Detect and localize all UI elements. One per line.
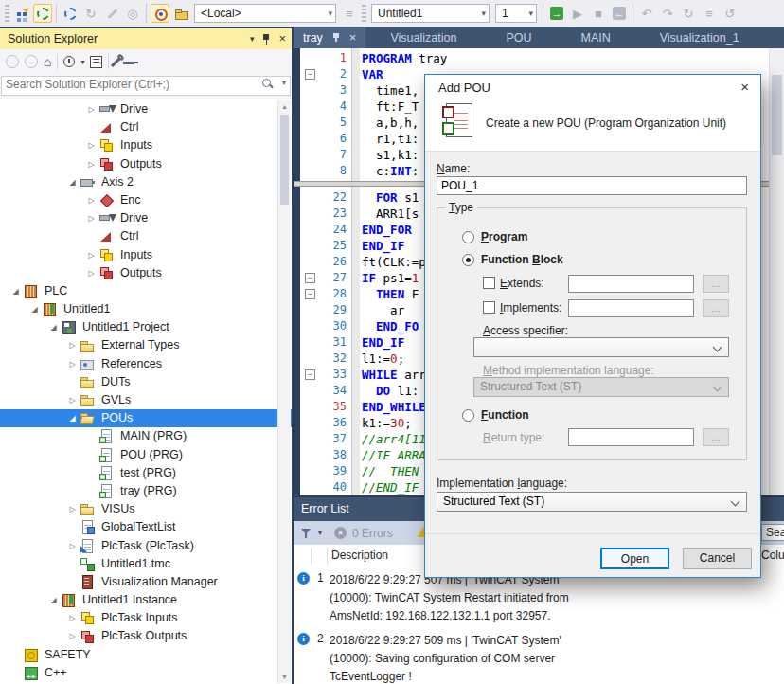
expander-icon[interactable]: ▷	[83, 264, 99, 282]
expander-icon[interactable]: ▷	[83, 155, 99, 173]
chevron-down-icon[interactable]: ▾	[318, 529, 322, 537]
step-into-icon[interactable]: ↶	[637, 4, 656, 23]
solution-explorer-titlebar[interactable]: Solution Explorer ▾ ×	[0, 28, 292, 49]
home-icon[interactable]: ⌂	[44, 55, 51, 68]
start-icon[interactable]: ▶	[568, 4, 587, 23]
expander-icon[interactable]: ▷	[64, 627, 80, 645]
extends-input[interactable]	[568, 275, 694, 293]
program-radio[interactable]	[462, 231, 474, 243]
stop-icon[interactable]: ■	[589, 4, 608, 23]
implements-input[interactable]	[568, 299, 694, 317]
fold-marker-icon[interactable]: −	[305, 289, 315, 299]
scroll-up-icon[interactable]: ▲	[278, 100, 291, 113]
tree-item-pou-prg[interactable]: POU (PRG)	[0, 446, 292, 464]
tree-item-plctask-plctask[interactable]: ▷PlcTask (PlcTask)	[0, 537, 292, 555]
tab-visualization-1[interactable]: Visualization_1	[635, 27, 764, 48]
open-button[interactable]: Open	[600, 548, 669, 569]
pou-name-input[interactable]	[437, 176, 747, 195]
right-column-header[interactable]: Colu	[761, 549, 784, 562]
tree-item-outputs[interactable]: ▷Outputs	[0, 155, 292, 173]
tab-visualization[interactable]: Visualization	[365, 27, 481, 48]
editor-scrollbar[interactable]	[769, 48, 784, 495]
chevron-down-icon[interactable]: ▾	[80, 58, 84, 66]
tree-item-gvls[interactable]: ▷GVLs	[0, 391, 292, 409]
function-label[interactable]: Function	[481, 408, 529, 422]
tree-item-duts[interactable]: DUTs	[0, 373, 292, 391]
function-block-radio[interactable]	[462, 254, 474, 266]
tree-item-pous[interactable]: ◢POUs	[0, 409, 292, 427]
extends-label[interactable]: Extends:	[500, 277, 544, 290]
tree-item-ctrl[interactable]: Ctrl	[0, 118, 292, 136]
implements-label[interactable]: Implements:	[500, 301, 561, 315]
program-label[interactable]: Program	[481, 230, 527, 243]
implements-checkbox[interactable]	[483, 301, 495, 314]
expander-icon[interactable]: ◢	[64, 173, 80, 191]
tree-item-inputs[interactable]: ▷Inputs	[0, 246, 292, 264]
chevron-down-icon[interactable]: ▾	[282, 79, 286, 87]
expander-icon[interactable]: ◢	[27, 300, 43, 318]
tab-tray[interactable]: tray×	[294, 27, 365, 48]
step-out-icon[interactable]: ↻	[679, 4, 698, 23]
activate-configuration-icon[interactable]	[12, 4, 31, 23]
tree-item-untitled1-project[interactable]: ◢Untitled1 Project	[0, 318, 292, 336]
function-radio[interactable]	[462, 409, 474, 422]
fold-marker-icon[interactable]: −	[305, 273, 315, 283]
tree-item-outputs[interactable]: ▷Outputs	[0, 264, 292, 282]
access-rules-folder-icon[interactable]	[171, 4, 190, 23]
tree-item-visualization-manager[interactable]: Visualization Manager	[0, 573, 292, 591]
restart-twincat-system-icon[interactable]	[33, 4, 52, 23]
project-combo[interactable]: Untitled1▾	[371, 4, 490, 23]
tree-item-ctrl[interactable]: Ctrl	[0, 227, 292, 245]
tab-main[interactable]: MAIN	[556, 27, 634, 48]
tree-item-external-types[interactable]: ▷External Types	[0, 336, 292, 354]
cancel-button[interactable]: Cancel	[683, 548, 752, 569]
expander-icon[interactable]: ▷	[83, 191, 99, 209]
tree-item-safety[interactable]: SAFETY	[0, 646, 292, 664]
expander-icon[interactable]: ▷	[83, 209, 99, 227]
tree-item-plc[interactable]: ◢PLC	[0, 282, 292, 300]
implementation-language-combo[interactable]: Structured Text (ST)	[437, 492, 747, 512]
window-position-icon[interactable]: ▾	[250, 28, 255, 49]
extends-browse-button[interactable]: ...	[703, 275, 729, 293]
filter-icon[interactable]	[301, 528, 312, 539]
errors-count[interactable]: 0 Errors	[352, 527, 393, 540]
step-over-icon[interactable]: ↷	[658, 4, 677, 23]
close-icon[interactable]: ×	[278, 33, 286, 45]
toolbar-grip[interactable]	[362, 5, 366, 22]
reload-devices-icon[interactable]: ↻	[81, 4, 100, 23]
scrollbar-thumb[interactable]	[280, 115, 289, 205]
close-icon[interactable]: ×	[740, 79, 749, 95]
tree-item-globaltextlist[interactable]: GlobalTextList	[0, 518, 292, 536]
tree-item-untitled1-instance[interactable]: ◢Untitled1 Instance	[0, 591, 292, 609]
expander-icon[interactable]: ◢	[45, 591, 62, 609]
tree-item-drive[interactable]: ▷Drive	[0, 100, 292, 118]
tree-item-drive[interactable]: ▷Drive	[0, 209, 292, 227]
login-icon[interactable]: →	[547, 4, 566, 23]
fold-marker-icon[interactable]: −	[305, 69, 315, 80]
expander-icon[interactable]: ◢	[45, 318, 62, 336]
target-browser-icon[interactable]: ≡	[340, 4, 359, 23]
forward-icon[interactable]: →	[25, 55, 38, 68]
expander-icon[interactable]: ◢	[64, 409, 80, 427]
extends-checkbox[interactable]	[483, 277, 495, 289]
tab-tes[interactable]: tes	[764, 27, 784, 48]
expander-icon[interactable]: ▷	[64, 609, 80, 627]
description-column-header[interactable]: Description	[331, 549, 388, 562]
error-search-input[interactable]: Sea	[761, 524, 784, 541]
tree-item-references[interactable]: ▷References	[0, 355, 292, 373]
tree-item-c[interactable]: C++	[0, 664, 292, 682]
implements-browse-button[interactable]: ...	[703, 299, 729, 317]
scan-devices-icon[interactable]	[102, 4, 121, 23]
target-system-combo[interactable]: <Local>▾	[194, 4, 336, 23]
tree-item-test-prg[interactable]: test (PRG)	[0, 464, 292, 482]
expander-icon[interactable]: ▷	[64, 355, 80, 373]
logout-icon[interactable]: ←	[610, 4, 629, 23]
tree-item-plctask-inputs[interactable]: ▷PlcTask Inputs	[0, 609, 292, 627]
expander-icon[interactable]: ▷	[64, 391, 80, 409]
pending-changes-filter-icon[interactable]	[63, 56, 75, 67]
expander-icon[interactable]: ▷	[83, 136, 99, 154]
expander-icon[interactable]: ▷	[83, 100, 99, 118]
tree-item-main-prg[interactable]: MAIN (PRG)	[0, 427, 292, 445]
tree-item-untitled1[interactable]: ◢Untitled1	[0, 300, 292, 318]
tree-item-axis-2[interactable]: ◢Axis 2	[0, 173, 292, 191]
